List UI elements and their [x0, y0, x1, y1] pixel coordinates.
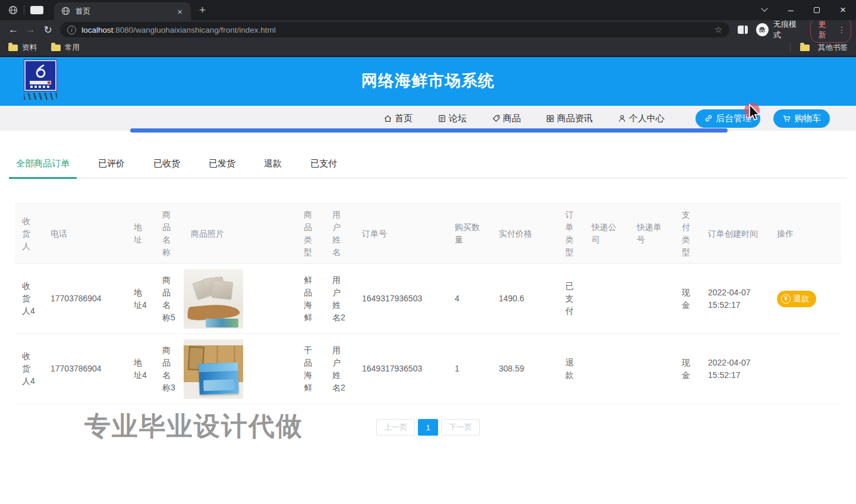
cell-quantity: 4 — [448, 264, 492, 334]
cell-address: 地址4 — [127, 334, 155, 404]
cell-user-name: 用户姓名2 — [325, 264, 355, 334]
nav-item-forum[interactable]: 论坛 — [438, 113, 467, 124]
tab-title: 首页 — [75, 7, 175, 17]
site-title: 网络海鲜市场系统 — [0, 57, 856, 105]
folder-icon — [8, 45, 18, 51]
cell-action: ¥ 退款 — [770, 264, 841, 334]
cell-phone: 17703786904 — [43, 264, 127, 334]
browser-tab[interactable]: 首页 × — [54, 2, 191, 20]
cart-button-label: 购物车 — [794, 113, 821, 124]
cell-address: 地址4 — [127, 264, 155, 334]
logo-subtext — [30, 86, 51, 88]
browser-toolbar: ← → ↻ i localhost :8080/wangluohaixiansh… — [0, 20, 856, 39]
reload-icon[interactable]: ↻ — [39, 24, 56, 36]
info-glyph: i — [71, 27, 73, 33]
col-product-name: 商品名称 — [155, 204, 184, 264]
col-address: 地址 — [127, 204, 155, 264]
new-tab-button[interactable]: + — [199, 4, 206, 17]
admin-button[interactable]: 后台管理 — [696, 109, 760, 128]
update-button[interactable]: 更新 ⋮ — [810, 17, 851, 43]
table-header-row: 收货人 电话 地址 商品名称 商品照片 商品类型 用户姓名 订单号 购买数量 实… — [15, 204, 841, 264]
forward-icon[interactable]: → — [22, 24, 39, 36]
minimize-button[interactable]: ─ — [778, 0, 804, 20]
logo-text-bar — [30, 81, 51, 84]
current-page-button[interactable]: 1 — [418, 419, 438, 436]
cell-quantity: 1 — [448, 334, 492, 404]
col-order-type: 订单类型 — [558, 204, 584, 264]
bookmark-star-icon[interactable]: ☆ — [715, 24, 722, 35]
col-express-no: 快递单号 — [630, 204, 675, 264]
globe-icon[interactable] — [8, 5, 18, 15]
orders-table: 收货人 电话 地址 商品名称 商品照片 商品类型 用户姓名 订单号 购买数量 实… — [15, 203, 841, 404]
col-consignee: 收货人 — [15, 204, 43, 264]
bookmarks-bar: 资料 常用 其他书签 — [0, 39, 856, 57]
tab-all-orders[interactable]: 全部商品订单 — [9, 152, 77, 179]
col-pay-type: 支付类型 — [675, 204, 701, 264]
cart-button[interactable]: 购物车 — [773, 109, 830, 128]
menu-dots-icon[interactable]: ⋮ — [838, 25, 846, 34]
col-quantity: 购买数量 — [448, 204, 492, 264]
news-icon — [546, 114, 555, 123]
nav-item-goods[interactable]: 商品 — [492, 113, 521, 124]
window-controls: ─ × — [751, 0, 856, 20]
logo-six-glyph — [32, 64, 49, 79]
tabstrip-divider — [24, 5, 24, 15]
bookmark-label: 常用 — [65, 43, 80, 53]
yen-icon: ¥ — [781, 294, 791, 304]
tab-paid[interactable]: 已支付 — [303, 152, 344, 178]
nav-item-user-center[interactable]: 个人中心 — [618, 113, 665, 124]
tab-shipped[interactable]: 已发货 — [202, 152, 243, 178]
browser-tabstrip: 首页 × + ─ × — [0, 0, 856, 20]
cart-icon — [782, 114, 791, 123]
tab-close-icon[interactable]: × — [175, 7, 185, 17]
close-button[interactable]: × — [830, 0, 856, 20]
table-row: 收货人4 17703786904 地址4 商品名称5 鲜品海鲜 用户姓名2 16… — [15, 264, 841, 334]
nav-label: 商品 — [503, 113, 521, 124]
cell-order-type: 退款 — [558, 334, 584, 404]
col-product-type: 商品类型 — [297, 204, 325, 264]
bookmark-label: 资料 — [22, 43, 37, 53]
home-icon — [383, 114, 392, 123]
cell-phone: 17703786904 — [43, 334, 127, 404]
other-bookmarks[interactable]: 其他书签 — [790, 43, 848, 53]
tab-refund[interactable]: 退款 — [257, 152, 289, 178]
cell-product-photo — [184, 264, 297, 334]
pinned-tab-icon[interactable] — [30, 6, 43, 14]
folder-icon — [800, 45, 810, 51]
cell-express-company — [584, 334, 630, 404]
side-panel-icon[interactable] — [738, 26, 747, 34]
bookmark-label: 其他书签 — [818, 43, 848, 53]
address-bar[interactable]: i localhost :8080/wangluohaixianshicang/… — [60, 22, 729, 37]
url-host: localhost — [81, 26, 113, 34]
cell-pay-type: 现金 — [675, 334, 701, 404]
col-order-no: 订单号 — [355, 204, 448, 264]
refund-button[interactable]: ¥ 退款 — [777, 291, 816, 307]
bookmark-folder-changyong[interactable]: 常用 — [51, 43, 94, 53]
site-logo[interactable] — [23, 60, 58, 100]
forum-icon — [438, 114, 446, 123]
col-product-photo: 商品照片 — [184, 204, 297, 264]
folder-icon — [51, 45, 61, 51]
nav-item-home[interactable]: 首页 — [383, 113, 413, 124]
bookmark-folder-ziliao[interactable]: 资料 — [8, 43, 51, 53]
cell-product-type: 干品海鲜 — [297, 334, 325, 404]
cell-paid-price: 1490.6 — [492, 264, 558, 334]
next-page-button[interactable]: 下一页 — [441, 419, 480, 436]
screen: 首页 × + ─ × ← → ↻ i localhost :8080/wangl… — [0, 0, 856, 504]
cell-action — [770, 334, 841, 404]
tab-received[interactable]: 已收货 — [146, 152, 187, 178]
restore-button[interactable] — [804, 0, 830, 20]
tab-reviewed[interactable]: 已评价 — [91, 152, 132, 178]
cell-created: 2022-04-07 15:52:17 — [701, 264, 770, 334]
main-content: 全部商品订单 已评价 已收货 已发货 退款 已支付 收货人 电话 地址 商品名称… — [0, 133, 856, 436]
nav-item-news[interactable]: 商品资讯 — [546, 113, 593, 124]
cell-pay-type: 现金 — [675, 264, 701, 334]
tab-search-chevron-icon[interactable] — [751, 0, 778, 20]
prev-page-button[interactable]: 上一页 — [376, 419, 415, 436]
back-icon[interactable]: ← — [5, 24, 22, 36]
cell-express-no — [630, 264, 675, 334]
product-photo — [184, 269, 243, 329]
cell-consignee: 收货人4 — [15, 264, 43, 334]
cell-product-type: 鲜品海鲜 — [297, 264, 325, 334]
info-icon[interactable]: i — [67, 26, 76, 34]
